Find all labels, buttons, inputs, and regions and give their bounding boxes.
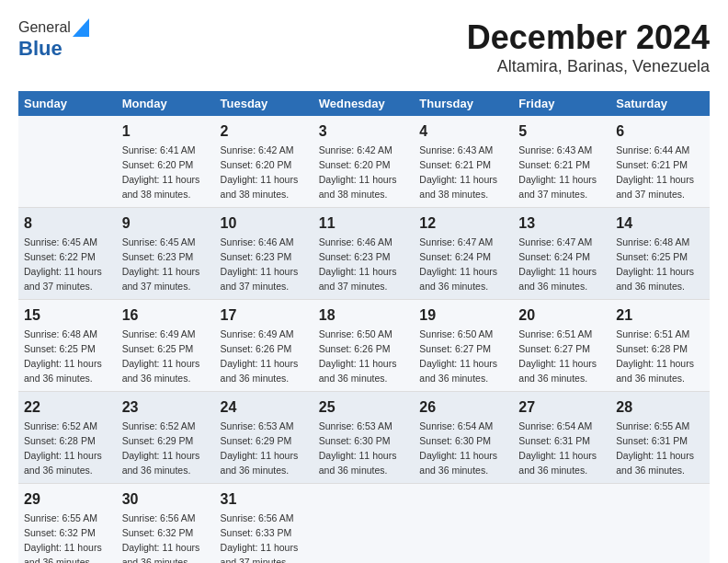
day-info: Sunrise: 6:56 AMSunset: 6:33 PMDaylight:…: [221, 512, 299, 563]
day-number: 14: [616, 213, 704, 234]
header-sunday: Sunday: [18, 91, 117, 116]
calendar-day-cell: 30Sunrise: 6:56 AMSunset: 6:32 PMDayligh…: [117, 483, 215, 563]
calendar-day-cell: 8Sunrise: 6:45 AMSunset: 6:22 PMDaylight…: [18, 207, 117, 299]
day-info: Sunrise: 6:51 AMSunset: 6:28 PMDaylight:…: [616, 328, 694, 384]
day-info: Sunrise: 6:50 AMSunset: 6:26 PMDaylight:…: [319, 328, 397, 384]
calendar-day-cell: 15Sunrise: 6:48 AMSunset: 6:25 PMDayligh…: [18, 299, 117, 391]
day-info: Sunrise: 6:48 AMSunset: 6:25 PMDaylight:…: [616, 236, 694, 292]
calendar-day-cell: 17Sunrise: 6:49 AMSunset: 6:26 PMDayligh…: [215, 299, 313, 391]
calendar-week-row: 8Sunrise: 6:45 AMSunset: 6:22 PMDaylight…: [18, 207, 710, 299]
day-info: Sunrise: 6:42 AMSunset: 6:20 PMDaylight:…: [221, 144, 299, 200]
calendar-day-cell: 6Sunrise: 6:44 AMSunset: 6:21 PMDaylight…: [610, 116, 710, 207]
day-number: 18: [319, 304, 409, 326]
calendar-day-cell: 27Sunrise: 6:54 AMSunset: 6:31 PMDayligh…: [513, 391, 610, 483]
location-title: Altamira, Barinas, Venezuela: [467, 57, 710, 76]
page-header: General Blue December 2024 Altamira, Bar…: [18, 18, 710, 76]
calendar-day-cell: [18, 116, 117, 207]
day-info: Sunrise: 6:41 AMSunset: 6:20 PMDaylight:…: [122, 144, 200, 200]
day-number: 4: [419, 121, 507, 142]
calendar-day-cell: 29Sunrise: 6:55 AMSunset: 6:32 PMDayligh…: [18, 483, 117, 563]
day-number: 5: [518, 121, 605, 142]
calendar-header-row: Sunday Monday Tuesday Wednesday Thursday…: [18, 91, 710, 116]
calendar-day-cell: [513, 483, 610, 563]
day-number: 12: [419, 213, 507, 234]
calendar-day-cell: 9Sunrise: 6:45 AMSunset: 6:23 PMDaylight…: [117, 207, 215, 299]
day-info: Sunrise: 6:46 AMSunset: 6:23 PMDaylight:…: [221, 236, 299, 292]
day-info: Sunrise: 6:53 AMSunset: 6:30 PMDaylight:…: [319, 420, 397, 476]
day-info: Sunrise: 6:43 AMSunset: 6:21 PMDaylight:…: [419, 144, 497, 200]
calendar-day-cell: 12Sunrise: 6:47 AMSunset: 6:24 PMDayligh…: [414, 207, 513, 299]
day-number: 29: [24, 488, 111, 510]
day-number: 21: [616, 304, 704, 326]
calendar-day-cell: 11Sunrise: 6:46 AMSunset: 6:23 PMDayligh…: [313, 207, 415, 299]
calendar-day-cell: [610, 483, 710, 563]
svg-marker-0: [73, 18, 89, 37]
day-info: Sunrise: 6:49 AMSunset: 6:26 PMDaylight:…: [221, 328, 299, 384]
day-info: Sunrise: 6:54 AMSunset: 6:31 PMDaylight:…: [518, 420, 597, 476]
day-number: 27: [518, 396, 605, 418]
header-monday: Monday: [117, 91, 215, 116]
calendar-day-cell: 28Sunrise: 6:55 AMSunset: 6:31 PMDayligh…: [610, 391, 710, 483]
day-number: 9: [122, 213, 210, 234]
day-info: Sunrise: 6:47 AMSunset: 6:24 PMDaylight:…: [419, 236, 497, 292]
day-number: 30: [122, 488, 210, 510]
day-info: Sunrise: 6:43 AMSunset: 6:21 PMDaylight:…: [518, 144, 597, 200]
day-number: 17: [221, 304, 308, 326]
day-number: 13: [518, 213, 605, 234]
day-number: 11: [319, 213, 409, 234]
calendar-day-cell: [414, 483, 513, 563]
month-title: December 2024: [467, 18, 710, 57]
calendar-day-cell: 3Sunrise: 6:42 AMSunset: 6:20 PMDaylight…: [313, 116, 415, 207]
calendar-day-cell: 25Sunrise: 6:53 AMSunset: 6:30 PMDayligh…: [313, 391, 415, 483]
calendar-table: Sunday Monday Tuesday Wednesday Thursday…: [18, 91, 710, 563]
day-info: Sunrise: 6:54 AMSunset: 6:30 PMDaylight:…: [419, 420, 497, 476]
day-info: Sunrise: 6:55 AMSunset: 6:32 PMDaylight:…: [24, 512, 102, 563]
day-number: 31: [221, 488, 308, 510]
day-number: 6: [616, 121, 704, 142]
day-number: 23: [122, 396, 210, 418]
calendar-day-cell: 4Sunrise: 6:43 AMSunset: 6:21 PMDaylight…: [414, 116, 513, 207]
day-info: Sunrise: 6:52 AMSunset: 6:28 PMDaylight:…: [24, 420, 102, 476]
day-info: Sunrise: 6:56 AMSunset: 6:32 PMDaylight:…: [122, 512, 200, 563]
logo: General Blue: [18, 18, 91, 61]
day-number: 25: [319, 396, 409, 418]
day-number: 1: [122, 121, 210, 142]
header-friday: Friday: [513, 91, 610, 116]
day-number: 8: [24, 213, 111, 234]
day-number: 10: [221, 213, 308, 234]
calendar-day-cell: 10Sunrise: 6:46 AMSunset: 6:23 PMDayligh…: [215, 207, 313, 299]
calendar-day-cell: 22Sunrise: 6:52 AMSunset: 6:28 PMDayligh…: [18, 391, 117, 483]
calendar-week-row: 1Sunrise: 6:41 AMSunset: 6:20 PMDaylight…: [18, 116, 710, 207]
day-info: Sunrise: 6:55 AMSunset: 6:31 PMDaylight:…: [616, 420, 694, 476]
day-info: Sunrise: 6:45 AMSunset: 6:22 PMDaylight:…: [24, 236, 102, 292]
calendar-day-cell: 2Sunrise: 6:42 AMSunset: 6:20 PMDaylight…: [215, 116, 313, 207]
day-number: 20: [518, 304, 605, 326]
day-info: Sunrise: 6:47 AMSunset: 6:24 PMDaylight:…: [518, 236, 597, 292]
calendar-day-cell: 23Sunrise: 6:52 AMSunset: 6:29 PMDayligh…: [117, 391, 215, 483]
day-number: 28: [616, 396, 704, 418]
day-info: Sunrise: 6:52 AMSunset: 6:29 PMDaylight:…: [122, 420, 200, 476]
day-info: Sunrise: 6:51 AMSunset: 6:27 PMDaylight:…: [518, 328, 597, 384]
header-tuesday: Tuesday: [215, 91, 313, 116]
day-info: Sunrise: 6:49 AMSunset: 6:25 PMDaylight:…: [122, 328, 200, 384]
calendar-day-cell: 18Sunrise: 6:50 AMSunset: 6:26 PMDayligh…: [313, 299, 415, 391]
calendar-day-cell: 31Sunrise: 6:56 AMSunset: 6:33 PMDayligh…: [215, 483, 313, 563]
calendar-week-row: 22Sunrise: 6:52 AMSunset: 6:28 PMDayligh…: [18, 391, 710, 483]
title-block: December 2024 Altamira, Barinas, Venezue…: [467, 18, 710, 76]
calendar-day-cell: 14Sunrise: 6:48 AMSunset: 6:25 PMDayligh…: [610, 207, 710, 299]
day-info: Sunrise: 6:48 AMSunset: 6:25 PMDaylight:…: [24, 328, 102, 384]
calendar-day-cell: [313, 483, 415, 563]
day-info: Sunrise: 6:45 AMSunset: 6:23 PMDaylight:…: [122, 236, 200, 292]
day-number: 26: [419, 396, 507, 418]
day-info: Sunrise: 6:44 AMSunset: 6:21 PMDaylight:…: [616, 144, 694, 200]
day-number: 24: [221, 396, 308, 418]
day-number: 19: [419, 304, 507, 326]
calendar-day-cell: 16Sunrise: 6:49 AMSunset: 6:25 PMDayligh…: [117, 299, 215, 391]
logo-triangle-icon: [73, 18, 89, 37]
day-number: 16: [122, 304, 210, 326]
calendar-day-cell: 13Sunrise: 6:47 AMSunset: 6:24 PMDayligh…: [513, 207, 610, 299]
calendar-day-cell: 5Sunrise: 6:43 AMSunset: 6:21 PMDaylight…: [513, 116, 610, 207]
day-info: Sunrise: 6:46 AMSunset: 6:23 PMDaylight:…: [319, 236, 397, 292]
day-info: Sunrise: 6:53 AMSunset: 6:29 PMDaylight:…: [221, 420, 299, 476]
header-wednesday: Wednesday: [313, 91, 415, 116]
